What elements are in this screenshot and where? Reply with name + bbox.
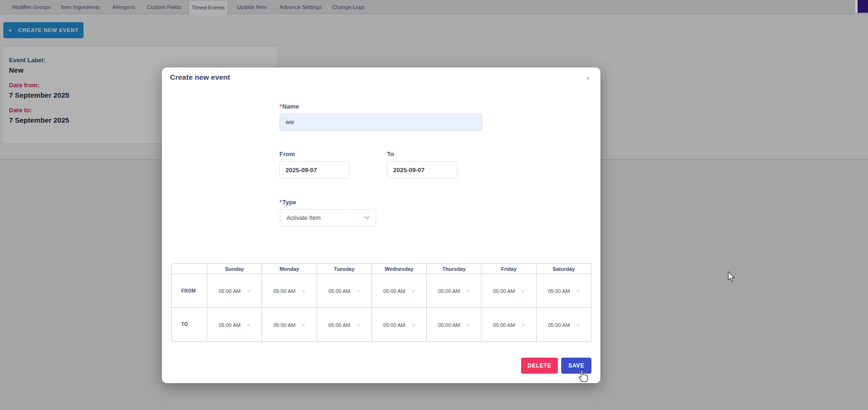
from-row-label: FROM <box>172 274 207 308</box>
clear-time-icon[interactable]: × <box>576 288 579 294</box>
clear-time-icon[interactable]: × <box>576 322 579 328</box>
day-header-monday: Monday <box>262 264 317 274</box>
time-cell: 05:00 AM× <box>262 274 317 308</box>
name-field-label: *Name <box>279 102 299 111</box>
clear-time-icon[interactable]: × <box>522 288 524 294</box>
clear-time-icon[interactable]: × <box>302 288 305 294</box>
time-cell: 05:00 AM× <box>317 308 371 342</box>
clear-time-icon[interactable]: × <box>412 288 415 294</box>
modal-title: Create new event <box>170 73 230 82</box>
clear-time-icon[interactable]: × <box>522 322 524 328</box>
clear-time-icon[interactable]: × <box>247 322 250 328</box>
day-header-wednesday: Wednesday <box>371 264 426 274</box>
day-header-saturday: Saturday <box>536 264 591 274</box>
time-cell: 05:00 AM× <box>207 308 262 342</box>
screen: Modifier Groups Item Ingredients Allerge… <box>0 0 868 410</box>
name-input[interactable] <box>279 114 482 131</box>
day-header-friday: Friday <box>481 264 536 274</box>
to-row-label: TO <box>172 308 207 342</box>
time-input[interactable]: 05:00 AM <box>273 288 295 294</box>
type-field-label: *Type <box>279 198 296 207</box>
time-input[interactable]: 05:00 AM <box>438 288 460 294</box>
time-input[interactable]: 05:00 AM <box>273 322 295 328</box>
schedule-to-row: TO 05:00 AM× 05:00 AM× 05:00 AM× 05:00 A… <box>172 308 591 342</box>
clear-time-icon[interactable]: × <box>467 322 470 328</box>
time-input[interactable]: 05:00 AM <box>548 288 570 294</box>
time-cell: 05:00 AM× <box>536 308 591 342</box>
time-input[interactable]: 05:00 AM <box>219 322 240 328</box>
clear-time-icon[interactable]: × <box>357 288 360 294</box>
time-cell: 05:00 AM× <box>371 274 426 308</box>
delete-button[interactable]: DELETE <box>521 358 558 374</box>
time-cell: 05:00 AM× <box>481 274 536 308</box>
to-date-input[interactable] <box>387 161 457 178</box>
time-input[interactable]: 05:00 AM <box>438 322 460 328</box>
time-input[interactable]: 05:00 AM <box>329 322 350 328</box>
time-cell: 05:00 AM× <box>536 274 591 308</box>
clear-time-icon[interactable]: × <box>467 288 470 294</box>
day-header-tuesday: Tuesday <box>317 264 371 274</box>
type-select-value: Activate Item <box>287 215 364 221</box>
schedule-corner-cell <box>172 264 207 274</box>
time-cell: 05:00 AM× <box>262 308 317 342</box>
from-field-label: From <box>279 150 295 159</box>
save-button[interactable]: SAVE <box>561 358 591 374</box>
time-input[interactable]: 05:00 AM <box>493 288 515 294</box>
time-input[interactable]: 05:00 AM <box>383 288 405 294</box>
clear-time-icon[interactable]: × <box>412 322 415 328</box>
from-date-input[interactable] <box>279 161 349 178</box>
create-event-modal: Create new event × *Name From To *Type A… <box>162 67 600 383</box>
required-asterisk: * <box>279 103 282 110</box>
time-cell: 05:00 AM× <box>427 274 481 308</box>
time-cell: 05:00 AM× <box>427 308 481 342</box>
schedule-table: Sunday Monday Tuesday Wednesday Thursday… <box>171 263 591 342</box>
type-select[interactable]: Activate Item <box>280 209 376 226</box>
required-asterisk: * <box>279 199 282 206</box>
close-icon[interactable]: × <box>586 75 590 82</box>
time-input[interactable]: 05:00 AM <box>329 288 350 294</box>
corner-artifact <box>858 0 868 13</box>
schedule-header-row: Sunday Monday Tuesday Wednesday Thursday… <box>172 264 591 274</box>
chevron-down-icon <box>364 216 370 219</box>
clear-time-icon[interactable]: × <box>357 322 360 328</box>
time-input[interactable]: 05:00 AM <box>383 322 405 328</box>
time-cell: 05:00 AM× <box>371 308 426 342</box>
clear-time-icon[interactable]: × <box>247 288 250 294</box>
time-cell: 05:00 AM× <box>207 274 262 308</box>
time-input[interactable]: 05:00 AM <box>219 288 240 294</box>
time-cell: 05:00 AM× <box>317 274 371 308</box>
time-input[interactable]: 05:00 AM <box>548 322 570 328</box>
time-cell: 05:00 AM× <box>481 308 536 342</box>
schedule-from-row: FROM 05:00 AM× 05:00 AM× 05:00 AM× 05:00… <box>172 274 591 308</box>
day-header-thursday: Thursday <box>427 264 481 274</box>
clear-time-icon[interactable]: × <box>302 322 305 328</box>
to-field-label: To <box>387 150 394 159</box>
day-header-sunday: Sunday <box>207 264 262 274</box>
time-input[interactable]: 05:00 AM <box>493 322 515 328</box>
